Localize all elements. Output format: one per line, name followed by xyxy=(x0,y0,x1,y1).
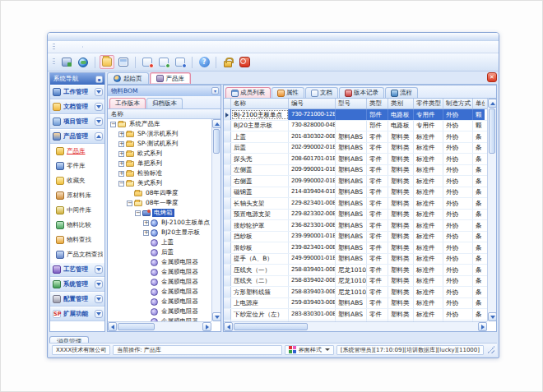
member-tab[interactable]: 文档 xyxy=(305,87,338,98)
scroll-thumb[interactable] xyxy=(213,129,220,154)
chevron-button[interactable] xyxy=(95,280,103,288)
table-row[interactable]: 长轴头支架 229-823401-00E 塑料ABS 零件 塑料类 标准件 外协… xyxy=(224,198,487,210)
toolbar-grip[interactable] xyxy=(53,58,55,66)
scroll-up-button[interactable] xyxy=(212,119,220,128)
help-button[interactable]: ? xyxy=(197,55,211,69)
nav-entry[interactable]: 配置管理 xyxy=(50,292,104,307)
grid-vertical-scrollbar[interactable] xyxy=(487,99,496,321)
lock-button[interactable] xyxy=(220,55,235,69)
tree-horizontal-scrollbar[interactable] xyxy=(108,321,211,331)
scroll-down-button[interactable] xyxy=(488,312,496,321)
bom-panel-button[interactable]: ▾ xyxy=(211,87,219,95)
chevron-button[interactable] xyxy=(95,103,103,111)
nav-entry[interactable]: 中间件库 xyxy=(50,203,104,218)
tree-node[interactable]: 金属膜电阻器 xyxy=(108,277,211,287)
table-row[interactable]: BJ-2100主板单点 730-721000-12E 部件 电路板 专用件 外协… xyxy=(224,109,487,121)
expand-icon[interactable]: + xyxy=(118,151,124,157)
column-header[interactable]: 编号 xyxy=(289,99,336,108)
collapse-icon[interactable]: − xyxy=(135,210,141,216)
table-row[interactable]: 磁钢盖 214-839404-01E 塑料ABS 零件 塑料类 标准件 外协 条 xyxy=(224,187,487,199)
scroll-down-button[interactable] xyxy=(212,312,220,321)
member-tab[interactable]: 属性 xyxy=(272,87,304,98)
scroll-left-button[interactable] xyxy=(224,322,233,331)
menu-item[interactable] xyxy=(108,46,119,48)
table-row[interactable]: 接纱轮护罩 236-823301-00E 塑料ABS 零件 塑料类 标准件 外协… xyxy=(224,220,487,232)
exit-button[interactable] xyxy=(237,55,252,69)
menu-item[interactable] xyxy=(96,46,108,48)
nav-entry[interactable]: SP 扩展功能 xyxy=(50,307,104,321)
version-tab[interactable]: 工作版本 xyxy=(109,98,146,108)
sidebar-options-button[interactable]: ▪ xyxy=(95,76,103,83)
table-row[interactable]: 上盖 201-830302-00E 塑料ABS 零件 塑料类 标准件 外协 条 xyxy=(224,131,487,143)
expand-icon[interactable]: + xyxy=(118,161,124,167)
column-header[interactable]: 类型 xyxy=(367,99,388,108)
column-header[interactable]: 类别 xyxy=(388,99,414,108)
home-button[interactable] xyxy=(59,55,74,69)
tree-node[interactable]: − 电烤箱 xyxy=(108,208,211,218)
menu-item[interactable] xyxy=(82,46,96,48)
nav-entry[interactable]: 产品管理 xyxy=(50,129,104,144)
tree-vertical-scrollbar[interactable] xyxy=(211,119,220,321)
window-titlebar[interactable] xyxy=(48,33,499,41)
version-tab[interactable]: 归档版本 xyxy=(146,98,183,108)
table-row[interactable]: 方形塑料线箍 258-839403-00E 尼龙1010 零件 塑料类 标准件 … xyxy=(224,287,487,298)
nav-entry[interactable]: 系统管理 xyxy=(50,277,104,292)
table-row[interactable]: 滑纱板 239-823401-00E 塑料ABS 零件 塑料类 标准件 外协 条 xyxy=(224,242,487,254)
member-tab[interactable]: 成员列表 xyxy=(225,87,271,98)
grid-horizontal-scrollbar[interactable] xyxy=(224,321,487,331)
member-tab[interactable]: 版本记录 xyxy=(339,87,384,98)
tree-node[interactable]: 后盖 xyxy=(108,247,211,257)
tree-node[interactable]: − 08年一季度 xyxy=(108,198,211,208)
tree-node[interactable]: 金属膜电阻器 xyxy=(108,257,211,267)
table-row[interactable]: 右侧盖 209-990002-01E 塑料ABS 零件 塑料类 标准件 外协 条 xyxy=(224,176,487,187)
nav-entry[interactable]: 物料查找 xyxy=(50,233,104,247)
nav-entry[interactable]: 零件库 xyxy=(50,159,104,173)
open-library-button[interactable] xyxy=(100,55,114,69)
nav-entry[interactable]: 物料比较 xyxy=(50,218,104,233)
table-row[interactable]: 预置电源支架 229-823302-00E 塑料ABS 零件 塑料类 标准件 外… xyxy=(224,210,487,221)
nav-entry[interactable]: 工作管理 xyxy=(50,85,104,99)
tree-node[interactable]: + BJ20主显示板 xyxy=(108,228,211,238)
tree-node[interactable]: + SP-测试机系列 xyxy=(108,139,211,149)
scroll-left-button[interactable] xyxy=(108,322,117,331)
scroll-right-button[interactable] xyxy=(202,322,211,331)
layout-button[interactable] xyxy=(116,55,131,69)
chevron-button[interactable] xyxy=(95,118,103,126)
column-header[interactable]: 制造方式 xyxy=(443,99,473,108)
scroll-thumb[interactable] xyxy=(234,323,308,330)
member-tab[interactable]: 流程 xyxy=(385,87,418,98)
tree-node[interactable]: 金属膜电阻器 xyxy=(108,287,211,297)
chevron-button[interactable] xyxy=(95,132,103,141)
menu-item[interactable] xyxy=(58,46,69,48)
collapse-icon[interactable]: − xyxy=(110,122,116,127)
table-row[interactable]: 下纱定位片（左） 283-830301-00E 塑料ABS 零件 塑料类 标准件… xyxy=(224,309,487,321)
resize-grip[interactable] xyxy=(487,346,494,353)
tree-node[interactable]: + BJ-2100主板单点 xyxy=(108,218,211,228)
expand-icon[interactable]: + xyxy=(143,230,149,236)
table-row[interactable]: 提手（A、B） 249-990001-01E 塑料ABS 零件 塑料类 标准件 … xyxy=(224,254,487,265)
tree-node[interactable]: 金属膜电阻器 xyxy=(108,307,211,316)
tree-node[interactable]: 上盖 xyxy=(108,238,211,247)
expand-icon[interactable]: + xyxy=(143,220,149,226)
close-tab-button[interactable]: ✕ xyxy=(487,72,497,82)
menu-item[interactable] xyxy=(69,46,81,48)
table-row[interactable]: 探头壳 208-601701-01E 塑料ABS 零件 塑料类 标准件 外协 条 xyxy=(224,154,487,165)
nav-entry[interactable]: 产品库 xyxy=(50,144,104,159)
collapse-icon[interactable]: − xyxy=(118,181,124,187)
table-row[interactable]: 左侧盖 209-990001-01E 塑料ABS 零件 塑料类 标准件 外协 条 xyxy=(224,165,487,177)
ui-style-dropdown[interactable]: 界面样式 xyxy=(285,345,334,355)
nav-entry[interactable]: 产品文档查找 xyxy=(50,247,104,262)
scroll-thumb[interactable] xyxy=(118,323,155,330)
chevron-button[interactable] xyxy=(95,295,103,303)
collapse-icon[interactable]: − xyxy=(127,201,132,206)
nav-entry[interactable]: 工艺管理 xyxy=(50,262,104,277)
nav-entry[interactable]: 项目管理 xyxy=(50,114,104,129)
tree-node[interactable]: − 系统产品库 xyxy=(108,119,211,129)
table-row[interactable]: 压线夹（一） 258-839401-00E 尼龙1010 零件 塑料类 标准件 … xyxy=(224,265,487,276)
nav-entry[interactable]: 文档管理 xyxy=(50,99,104,114)
table-row[interactable]: 上电源座 259-839403-00E 塑料ABS 零件 塑料类 标准件 外协 … xyxy=(224,298,487,310)
column-header[interactable]: 零件类型 xyxy=(414,99,443,108)
chevron-button[interactable] xyxy=(95,265,103,274)
tree-node[interactable]: + 单把系列 xyxy=(108,159,211,168)
table-row[interactable]: 压线夹（二） 258-839402-00E 尼龙1010 零件 塑料类 标准件 … xyxy=(224,276,487,288)
